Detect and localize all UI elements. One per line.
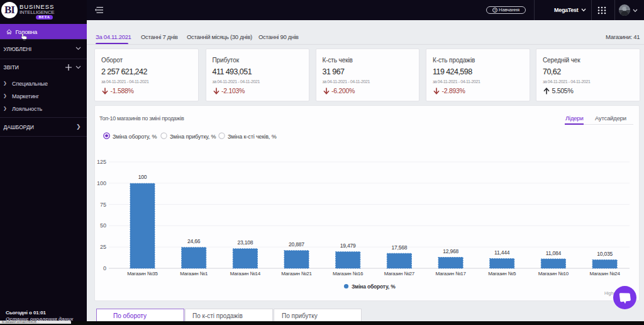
svg-text:Магазин №5: Магазин №5 (488, 271, 516, 277)
svg-text:19,479: 19,479 (340, 242, 356, 249)
svg-text:Магазин №35: Магазин №35 (127, 271, 158, 277)
svg-text:11,084: 11,084 (546, 250, 562, 256)
svg-text:12,968: 12,968 (443, 248, 458, 254)
svg-text:100: 100 (138, 174, 147, 180)
svg-text:75: 75 (100, 202, 106, 208)
svg-text:Магазин №21: Магазин №21 (281, 271, 312, 277)
svg-text:Магазин №24: Магазин №24 (589, 271, 620, 277)
svg-text:50: 50 (100, 222, 106, 229)
svg-text:17,568: 17,568 (391, 244, 407, 251)
svg-text:Магазин №17: Магазин №17 (435, 271, 466, 277)
svg-text:Магазин №27: Магазин №27 (384, 271, 415, 277)
svg-text:23,108: 23,108 (237, 239, 253, 246)
svg-text:125: 125 (97, 159, 106, 165)
svg-text:0: 0 (103, 265, 106, 271)
svg-text:25: 25 (100, 244, 106, 250)
svg-text:Зміна обороту, %: Зміна обороту, % (352, 283, 396, 290)
svg-text:100: 100 (97, 180, 106, 186)
svg-text:Магазин №14: Магазин №14 (230, 271, 261, 277)
svg-text:24,66: 24,66 (187, 238, 201, 244)
svg-text:Магазин №1: Магазин №1 (180, 271, 208, 277)
svg-text:10,035: 10,035 (597, 251, 613, 257)
svg-text:11,444: 11,444 (494, 249, 510, 256)
svg-text:Магазин №16: Магазин №16 (333, 271, 364, 277)
svg-text:Магазин №10: Магазин №10 (538, 271, 569, 277)
svg-text:20,887: 20,887 (289, 241, 304, 248)
